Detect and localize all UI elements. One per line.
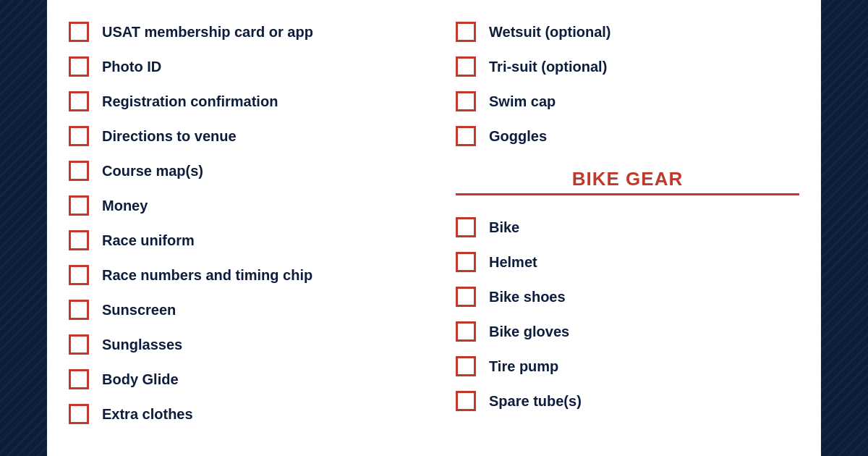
item-label-registration-confirmation: Registration confirmation	[102, 93, 278, 110]
checklist-item-course-map[interactable]: Course map(s)	[69, 153, 412, 188]
checkbox-money[interactable]	[69, 195, 89, 216]
item-label-wetsuit: Wetsuit (optional)	[489, 23, 611, 41]
checkbox-usat-card[interactable]	[69, 22, 89, 42]
checkbox-registration-confirmation[interactable]	[69, 91, 89, 111]
checklist-item-bike-gloves[interactable]: Bike gloves	[456, 314, 799, 349]
checklist-item-wetsuit[interactable]: Wetsuit (optional)	[456, 14, 799, 49]
item-label-course-map: Course map(s)	[102, 162, 203, 180]
checklist-item-race-numbers[interactable]: Race numbers and timing chip	[69, 258, 412, 292]
checkbox-extra-clothes[interactable]	[69, 404, 89, 424]
checkbox-sunscreen[interactable]	[69, 300, 89, 320]
item-label-helmet: Helmet	[489, 253, 537, 271]
bike-gear-heading: BIKE GEAR	[456, 153, 799, 210]
left-column: USAT membership card or appPhoto IDRegis…	[69, 14, 427, 442]
item-label-tire-pump: Tire pump	[489, 358, 558, 375]
checkbox-photo-id[interactable]	[69, 56, 89, 77]
checkbox-helmet[interactable]	[456, 252, 476, 272]
checklist-item-sunglasses[interactable]: Sunglasses	[69, 327, 412, 362]
checklist-item-swim-cap[interactable]: Swim cap	[456, 84, 799, 119]
checkbox-course-map[interactable]	[69, 161, 89, 181]
item-label-tri-suit: Tri-suit (optional)	[489, 58, 607, 75]
checkbox-bike-gloves[interactable]	[456, 321, 476, 342]
swim-section: Wetsuit (optional)Tri-suit (optional)Swi…	[456, 14, 799, 153]
item-label-money: Money	[102, 197, 148, 214]
item-label-sunglasses: Sunglasses	[102, 336, 182, 353]
checklist-item-photo-id[interactable]: Photo ID	[69, 49, 412, 84]
checklist-item-sunscreen[interactable]: Sunscreen	[69, 292, 412, 327]
item-label-bike: Bike	[489, 219, 519, 236]
checklist-item-registration-confirmation[interactable]: Registration confirmation	[69, 84, 412, 119]
item-label-photo-id: Photo ID	[102, 58, 161, 75]
checklist-item-bike[interactable]: Bike	[456, 210, 799, 245]
checklist-item-extra-clothes[interactable]: Extra clothes	[69, 397, 412, 431]
checklist-item-money[interactable]: Money	[69, 188, 412, 223]
item-label-goggles: Goggles	[489, 127, 547, 145]
right-column: Wetsuit (optional)Tri-suit (optional)Swi…	[427, 14, 799, 442]
item-label-bike-gloves: Bike gloves	[489, 323, 569, 340]
checklist-item-directions-to-venue[interactable]: Directions to venue	[69, 119, 412, 153]
checklist-item-usat-card[interactable]: USAT membership card or app	[69, 14, 412, 49]
checkbox-sunglasses[interactable]	[69, 334, 89, 355]
main-content: USAT membership card or appPhoto IDRegis…	[47, 0, 821, 456]
item-label-directions-to-venue: Directions to venue	[102, 127, 237, 145]
item-label-sunscreen: Sunscreen	[102, 301, 176, 318]
checklist-item-bike-shoes[interactable]: Bike shoes	[456, 279, 799, 314]
item-label-usat-card: USAT membership card or app	[102, 23, 313, 41]
checklist-item-race-uniform[interactable]: Race uniform	[69, 223, 412, 258]
checklist-item-helmet[interactable]: Helmet	[456, 245, 799, 279]
checklist-item-spare-tube[interactable]: Spare tube(s)	[456, 384, 799, 418]
bike-gear-title: BIKE GEAR	[456, 168, 799, 190]
checkbox-wetsuit[interactable]	[456, 22, 476, 42]
checkbox-race-uniform[interactable]	[69, 230, 89, 250]
sidebar-left	[0, 0, 47, 456]
item-label-race-numbers: Race numbers and timing chip	[102, 266, 312, 284]
checkbox-swim-cap[interactable]	[456, 91, 476, 111]
checkbox-spare-tube[interactable]	[456, 391, 476, 411]
checkbox-tri-suit[interactable]	[456, 56, 476, 77]
checkbox-tire-pump[interactable]	[456, 356, 476, 376]
item-label-race-uniform: Race uniform	[102, 232, 195, 249]
checkbox-race-numbers[interactable]	[69, 265, 89, 285]
item-label-bike-shoes: Bike shoes	[489, 288, 566, 305]
checkbox-body-glide[interactable]	[69, 369, 89, 389]
checkbox-bike[interactable]	[456, 217, 476, 237]
checkbox-goggles[interactable]	[456, 126, 476, 146]
bike-gear-divider	[456, 193, 799, 195]
checklist-item-tire-pump[interactable]: Tire pump	[456, 349, 799, 384]
item-label-body-glide: Body Glide	[102, 371, 179, 388]
checklist-item-body-glide[interactable]: Body Glide	[69, 362, 412, 397]
sidebar-right	[821, 0, 868, 456]
item-label-extra-clothes: Extra clothes	[102, 405, 193, 423]
item-label-swim-cap: Swim cap	[489, 93, 556, 110]
checklist-item-goggles[interactable]: Goggles	[456, 119, 799, 153]
checklist-item-tri-suit[interactable]: Tri-suit (optional)	[456, 49, 799, 84]
item-label-spare-tube: Spare tube(s)	[489, 392, 582, 410]
checkbox-directions-to-venue[interactable]	[69, 126, 89, 146]
checkbox-bike-shoes[interactable]	[456, 287, 476, 307]
